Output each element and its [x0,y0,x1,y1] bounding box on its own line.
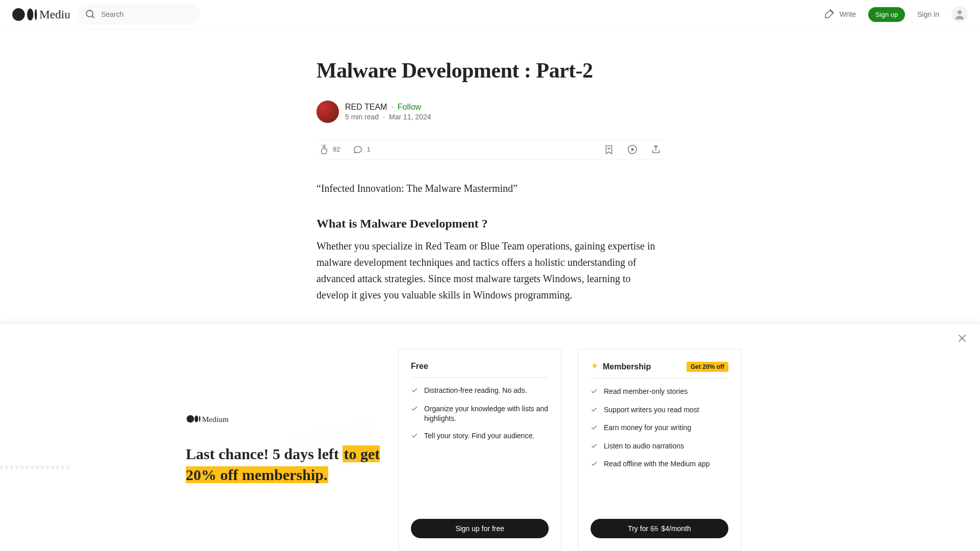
plan-title-free: Free [411,362,428,371]
membership-feature-list: Read member-only stories Support writers… [591,387,728,507]
membership-cta-button[interactable]: Try for $5 $4/month [591,519,728,538]
profile-avatar[interactable] [951,6,968,22]
feature-text: Read member-only stories [604,387,688,397]
list-item: Support writers you read most [591,405,728,416]
feature-text: Tell your story. Find your audience. [424,431,534,441]
cta-strike-price: $5 [650,524,658,533]
svg-point-5 [958,10,962,14]
write-label: Write [840,10,856,18]
check-icon [591,460,598,470]
check-icon [411,405,418,415]
check-icon [591,388,598,398]
membership-banner: Medium Last chance! 5 days left to get 2… [0,323,980,551]
write-link[interactable]: Write [823,8,856,21]
response-count: 1 [366,145,370,153]
medium-logo[interactable]: Medium [12,8,69,21]
plan-title-membership: Membership [603,362,651,371]
listen-button[interactable] [627,144,638,155]
svg-point-11 [199,416,201,422]
feature-text: Read offline with the Medium app [604,459,710,469]
decorative-lines [0,465,71,469]
follow-link[interactable]: Follow [398,103,421,112]
feature-text: Organize your knowledge with lists and h… [424,404,549,424]
share-icon [650,144,662,155]
read-time: 5 min read [345,113,379,121]
author-name[interactable]: RED TEAM [345,103,387,112]
engagement-bar: 92 1 [316,139,664,160]
list-item: Listen to audio narrations [591,441,728,453]
bookmark-button[interactable] [603,144,615,155]
feature-text: Listen to audio narrations [604,441,684,452]
svg-line-4 [92,16,94,18]
person-icon [953,8,966,20]
bookmark-icon [603,144,615,155]
svg-text:Medium: Medium [202,415,229,423]
svg-point-10 [194,415,198,422]
check-icon [411,387,418,397]
check-icon [411,432,418,442]
svg-text:Medium: Medium [39,8,69,21]
feature-text: Distraction-free reading. No ads. [424,386,527,396]
free-cta-button[interactable]: Sign up for free [411,519,549,538]
signup-button[interactable]: Sign up [868,7,905,22]
svg-point-9 [187,415,194,423]
plan-cards: Free Distraction-free reading. No ads. O… [398,323,741,551]
search-icon [85,9,96,20]
medium-wordmark: Medium [186,412,247,428]
search-box[interactable] [78,4,200,24]
check-icon [591,424,598,434]
lead-quote: “Infected Innovation: The Malware Master… [316,180,664,196]
list-item: Organize your knowledge with lists and h… [411,404,549,424]
search-input[interactable] [101,10,194,18]
signin-link[interactable]: Sign in [917,10,939,18]
cta-rest: $4/month [659,524,691,533]
nav-left: Medium [12,4,200,24]
respond-button[interactable]: 1 [352,144,370,155]
banner-close-button[interactable] [957,333,968,346]
free-feature-list: Distraction-free reading. No ads. Organi… [411,386,549,507]
list-item: Distraction-free reading. No ads. [411,386,549,397]
list-item: Read offline with the Medium app [591,459,728,470]
banner-left: Medium Last chance! 5 days left to get 2… [0,323,398,551]
list-item: Earn money for your writing [591,423,728,434]
close-icon [957,333,968,344]
star-icon [591,362,599,372]
feature-text: Earn money for your writing [604,423,691,433]
svg-point-0 [27,8,33,20]
plan-card-membership: Membership Get 20% off Read member-only … [578,349,741,551]
top-nav: Medium Write Sign up Sign in [0,0,980,29]
nav-right: Write Sign up Sign in [823,6,968,22]
cta-prefix: Try for [628,524,650,533]
byline-text: RED TEAM · Follow 5 min read · Mar 11, 2… [345,103,431,121]
check-icon [591,442,598,453]
plan-card-free: Free Distraction-free reading. No ads. O… [398,349,561,551]
svg-point-1 [35,9,37,20]
clap-button[interactable]: 92 [318,144,340,155]
separator-dot: · [383,113,385,121]
feature-text: Support writers you read most [604,405,699,415]
section-heading: What is Malware Development ? [316,217,664,231]
share-button[interactable] [650,144,662,155]
clap-icon [318,144,330,155]
write-icon [823,8,836,21]
byline: RED TEAM · Follow 5 min read · Mar 11, 2… [316,101,664,123]
check-icon [591,406,598,416]
article-title: Malware Development : Part-2 [316,58,664,84]
body-paragraph: Whether you specialize in Red Team or Bl… [316,238,664,303]
separator-dot: · [391,103,393,112]
author-avatar[interactable] [316,101,339,123]
comment-icon [352,144,363,155]
list-item: Read member-only stories [591,387,728,398]
discount-badge: Get 20% off [687,362,728,372]
clap-count: 92 [333,145,340,153]
list-item: Tell your story. Find your audience. [411,431,549,442]
publish-date: Mar 11, 2024 [389,113,431,121]
play-circle-icon [627,144,638,155]
article: Malware Development : Part-2 RED TEAM · … [316,29,664,303]
svg-point-3 [86,10,93,17]
